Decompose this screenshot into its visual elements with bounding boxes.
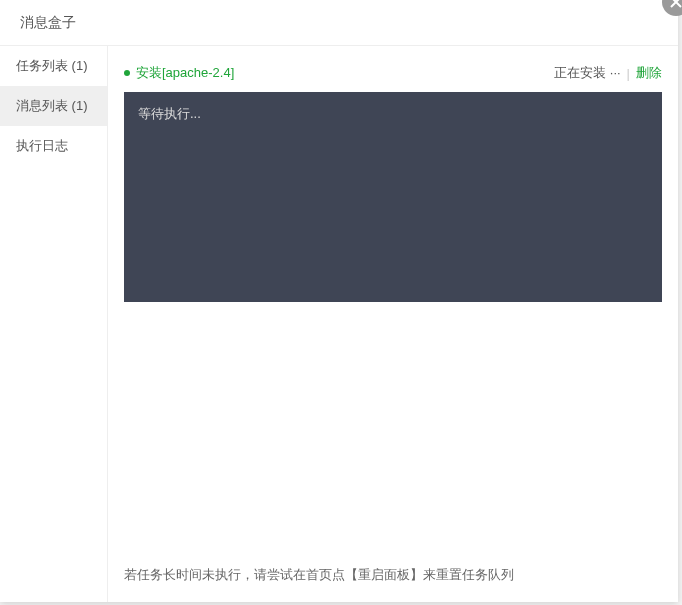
sidebar-item-label: 执行日志 xyxy=(16,137,68,155)
modal-body: 任务列表 (1) 消息列表 (1) 执行日志 安装[apache-2.4] 正在… xyxy=(0,46,678,602)
sidebar-item-task-list[interactable]: 任务列表 (1) xyxy=(0,46,107,86)
task-name: 安装[apache-2.4] xyxy=(136,64,234,82)
footer-tip: 若任务长时间未执行，请尝试在首页点【重启面板】来重置任务队列 xyxy=(124,566,662,584)
terminal-output: 等待执行... xyxy=(124,92,662,302)
modal-title: 消息盒子 xyxy=(20,14,76,32)
status-dot-icon xyxy=(124,70,130,76)
sidebar-item-message-list[interactable]: 消息列表 (1) xyxy=(0,86,107,126)
delete-link[interactable]: 删除 xyxy=(636,64,662,82)
task-row: 安装[apache-2.4] 正在安装 ··· | 删除 xyxy=(124,64,662,82)
sidebar-item-execution-log[interactable]: 执行日志 xyxy=(0,126,107,166)
sidebar: 任务列表 (1) 消息列表 (1) 执行日志 xyxy=(0,46,108,602)
message-box-modal: 消息盒子 任务列表 (1) 消息列表 (1) 执行日志 安装[apache-2.… xyxy=(0,0,678,602)
divider: | xyxy=(627,66,630,81)
sidebar-item-label: 任务列表 (1) xyxy=(16,57,88,75)
sidebar-item-label: 消息列表 (1) xyxy=(16,97,88,115)
close-icon xyxy=(670,0,682,8)
task-status: 正在安装 ··· xyxy=(554,64,620,82)
main-content: 安装[apache-2.4] 正在安装 ··· | 删除 等待执行... 若任务… xyxy=(108,46,678,602)
terminal-text: 等待执行... xyxy=(138,104,648,125)
modal-header: 消息盒子 xyxy=(0,0,678,46)
task-left: 安装[apache-2.4] xyxy=(124,64,234,82)
task-right: 正在安装 ··· | 删除 xyxy=(554,64,662,82)
